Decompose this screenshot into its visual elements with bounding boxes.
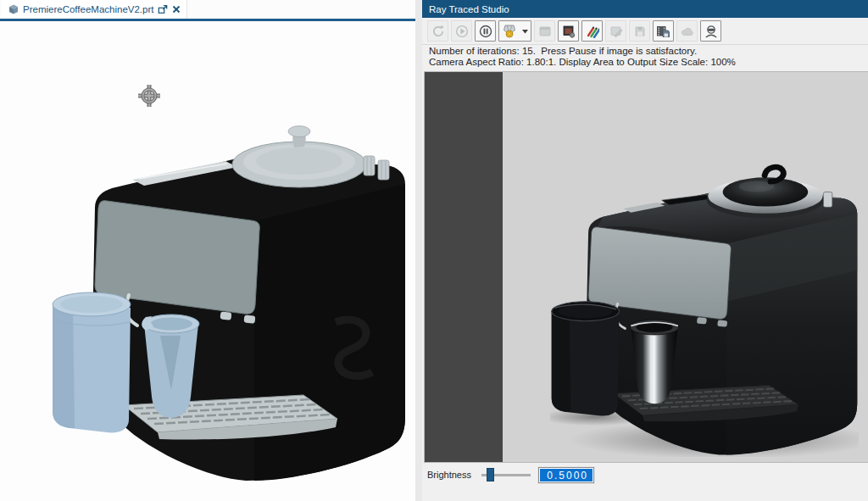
render-options-button[interactable]: [558, 20, 579, 42]
image-adjustments-button[interactable]: [581, 20, 603, 42]
status-iterations: Number of iterations: 15. Press Pause if…: [429, 46, 868, 57]
status-aspect-ratio: Camera Aspect Ratio: 1.80:1. Display Are…: [429, 57, 868, 68]
cloud-render-button[interactable]: [676, 20, 698, 42]
brightness-label: Brightness: [427, 470, 471, 480]
slider-handle[interactable]: [487, 468, 494, 482]
cad-view-panel: PremiereCoffeeMachineV2.prt: [0, 0, 415, 501]
part-file-icon: [8, 4, 19, 14]
window-gear-icon: [562, 25, 576, 38]
cloud-icon: [681, 25, 694, 38]
vr-headset-icon: [704, 25, 718, 38]
ray-traced-toolbar: [422, 18, 868, 45]
edit-image-button[interactable]: [605, 20, 626, 42]
play-icon: [455, 25, 469, 38]
save-display-button[interactable]: [629, 20, 650, 42]
part-tab-bar: PremiereCoffeeMachineV2.prt: [0, 0, 415, 19]
brightness-bar: Brightness 0.5000: [422, 465, 868, 485]
ray-traced-studio-titlebar[interactable]: Ray Traced Studio: [422, 0, 868, 18]
restart-icon: [431, 25, 445, 38]
coffee-machine-cad-model: [51, 119, 407, 483]
ray-traced-studio-panel: Ray Traced Studio: [422, 0, 868, 501]
close-icon[interactable]: [172, 5, 181, 14]
brightness-value: 0.5000: [540, 469, 593, 482]
panel-title: Ray Traced Studio: [429, 4, 509, 14]
detach-window-icon[interactable]: [158, 4, 168, 14]
vr-session-button[interactable]: [700, 20, 721, 42]
part-tab[interactable]: PremiereCoffeeMachineV2.prt: [2, 0, 187, 19]
tab-title: PremiereCoffeeMachineV2.prt: [23, 4, 153, 14]
save-image-button[interactable]: [653, 20, 674, 42]
cad-3d-viewport[interactable]: [0, 21, 415, 501]
letterbox-strip: [425, 72, 503, 462]
panel-divider[interactable]: [415, 0, 422, 501]
play-button[interactable]: [451, 20, 472, 42]
render-status: Number of iterations: 15. Press Pause if…: [422, 46, 868, 68]
coffee-machine-ray-traced-render: [550, 160, 859, 457]
application-window: PremiereCoffeeMachineV2.prt: [0, 0, 868, 501]
render-quality-button[interactable]: [498, 20, 531, 42]
floppy-disk-icon: [633, 25, 647, 38]
show-image-button[interactable]: [534, 20, 555, 42]
quality-medal-icon: [502, 24, 529, 39]
brightness-value-field[interactable]: 0.5000: [538, 467, 594, 483]
restart-button[interactable]: [427, 20, 448, 42]
pan-cursor-icon: [136, 82, 163, 109]
brightness-slider[interactable]: [481, 467, 531, 482]
film-floppy-icon: [656, 25, 670, 38]
pause-icon: [479, 25, 492, 38]
image-window-icon: [538, 25, 552, 38]
ray-traced-render-area: [424, 71, 868, 463]
pause-button[interactable]: [475, 20, 496, 42]
color-pencils-icon: [586, 25, 599, 38]
window-pencil-icon: [609, 25, 623, 38]
